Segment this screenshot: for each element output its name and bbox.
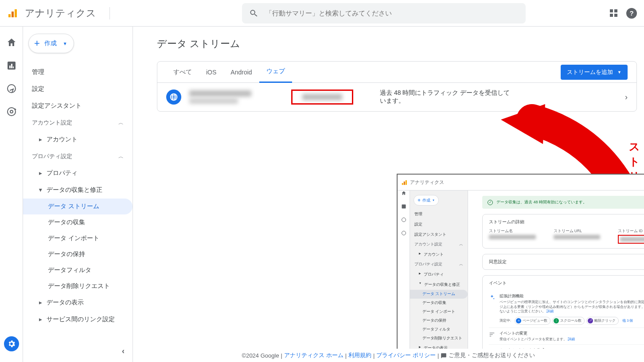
inset-side-item: 管理 [410,209,468,219]
sidebar-item-settings[interactable]: 設定 [23,81,133,97]
footer-privacy-link[interactable]: プライバシー ポリシー [376,351,436,359]
redacted-text [189,98,238,104]
event-row-modify: イベントの変更受信イベントとパラメータを変更します。 詳細 › [489,328,644,345]
sidebar-item-account[interactable]: ▶アカウント [23,131,133,148]
search-icon [249,8,258,18]
footer-terms-link[interactable]: 利用規約 [348,351,371,359]
sparkle-icon [489,294,495,300]
add-stream-button[interactable]: ストリームを追加 ▼ [561,65,628,80]
inset-side-subsub: データ削除リクエスト [410,334,468,343]
tab-android[interactable]: Android [223,62,259,83]
sidebar-item-data-collection[interactable]: ▶データの収集と修正 [23,182,133,199]
svg-rect-4 [9,66,11,68]
svg-rect-13 [402,183,403,185]
gear-icon [7,339,16,348]
chevron-down-icon: ▼ [617,70,621,74]
sidebar-item-admin[interactable]: 管理 [23,64,133,81]
search-input[interactable] [265,9,519,17]
sidebar-item-property[interactable]: ▶プロパティ [23,165,133,182]
web-stream-icon [166,90,181,105]
help-icon[interactable]: ? [626,8,637,19]
inset-side-subsub: データ インポート [410,308,468,316]
more-chips: 他 3 個 [622,319,633,323]
footer-home-link[interactable]: アナリティクス ホーム [284,351,343,359]
inset-side-subsub: データ ストリーム [410,290,468,299]
redacted-text [189,90,251,97]
sidebar-item-links[interactable]: ▶サービス間のリンク設定 [23,311,133,328]
sidebar-item-data-retention[interactable]: データの保持 [23,246,133,262]
redacted-text [489,235,536,239]
inset-topbar: アナリティクス [398,175,644,191]
chevron-up-icon: ︿ [118,153,124,160]
home-icon[interactable] [6,37,17,48]
tab-ios[interactable]: iOS [199,62,223,83]
sidebar-item-data-deletion[interactable]: データ削除リクエスト [23,278,133,294]
sidebar-head-account[interactable]: アカウント設定 ︿ [23,114,133,131]
redacted-text [302,94,342,100]
svg-rect-16 [402,205,406,209]
sidebar-item-data-display[interactable]: ▶データの表示 [23,294,133,311]
layout: + 作成 ▼ 管理 設定 設定アシスタント アカウント設定 ︿ ▶アカウント プ… [0,27,644,362]
analytics-logo-icon [7,8,18,19]
sidebar-head-property[interactable]: プロパティ設定 ︿ [23,148,133,165]
sidebar-item-label: データの収集と修正 [47,186,102,194]
sidebar: + 作成 ▼ 管理 設定 設定アシスタント アカウント設定 ︿ ▶アカウント プ… [23,27,133,362]
create-button[interactable]: + 作成 ▼ [28,34,74,53]
tab-web[interactable]: ウェブ [259,62,292,83]
left-rail [0,27,23,362]
sidebar-item-data-collection-sub[interactable]: データの収集 [23,214,133,230]
inset-banner: ✓ データ収集は、過去 48 時間有効になっています。 [482,196,644,209]
inset-logo-icon [401,179,407,186]
search-box[interactable] [242,3,526,23]
apps-icon[interactable] [610,9,617,17]
ev-desc: ページビューの標準測定に加え、サイトのコンテンツとのインタラクションを自動的に測… [500,300,644,314]
product-title: アナリティクス [25,7,96,20]
triangle-icon: ▶ [39,317,42,322]
panel-title: 同意設定 [489,259,507,265]
sidebar-item-data-filter[interactable]: データフィルタ [23,262,133,278]
svg-point-18 [402,231,406,235]
admin-gear-button[interactable] [4,336,19,351]
inset-side-sub: ▶アカウント [410,249,468,260]
ev-title: 拡張計測機能 [500,293,644,299]
inset-side-sub: ▼データの収集と修正 [410,280,468,290]
tab-all[interactable]: すべて [166,62,199,83]
triangle-down-icon: ▶ [39,189,43,192]
stream-row[interactable]: 過去 48 時間にトラフィック データを受信しています。 › [157,83,636,111]
svg-rect-5 [11,64,12,68]
footer-copyright: ©2024 Google [242,352,279,359]
reports-icon[interactable] [6,60,17,71]
create-label: 作成 [44,39,57,47]
sidebar-collapse-button[interactable]: ‹ [122,346,125,356]
advertising-icon[interactable] [6,106,17,117]
page-title: データ ストリーム [157,37,644,51]
check-icon: ✓ [488,200,493,205]
sidebar-item-data-streams[interactable]: データ ストリーム [23,199,133,214]
chip-scroll: スクロール数 [552,317,585,325]
explore-icon[interactable] [6,83,17,94]
stream-status-text: 過去 48 時間にトラフィック データを受信しています。 [380,89,513,105]
footer: ©2024 Google | アナリティクス ホーム | 利用規約 | プライバ… [133,349,644,362]
feedback-link[interactable]: ご意見・ご感想をお送りください [441,351,535,359]
sidebar-item-assistant[interactable]: 設定アシスタント [23,97,133,114]
svg-point-7 [8,85,16,93]
sidebar-item-data-import[interactable]: データ インポート [23,230,133,246]
triangle-icon: ▶ [39,300,42,305]
tune-icon [489,331,495,338]
svg-rect-14 [404,181,405,185]
chip-label: 測定中: [500,319,511,323]
kv-label: ストリーム URL [554,229,601,234]
stream-id-highlight [291,90,353,105]
inset-side-item: 設定アシスタント [410,230,468,240]
feedback-icon [441,353,447,359]
inset-screenshot: アナリティクス +作成▼ 管理 設定 設定アシスタント アカウント設定︿ ▶アカ… [397,174,644,362]
inset-side-item: 設定 [410,219,468,230]
main-content: データ ストリーム すべて iOS Android ウェブ ストリームを追加 ▼ [133,27,644,362]
inset-side-subsub: データの収集 [410,299,468,308]
streams-card: すべて iOS Android ウェブ ストリームを追加 ▼ [157,61,637,112]
triangle-icon: ▶ [39,137,42,142]
inset-side-subsub: データの保持 [410,316,468,325]
inset-stream-details-panel: ストリームの詳細 ストリーム名 ストリーム URL ストリーム ID 測定 ID [482,214,644,249]
svg-rect-15 [406,180,407,185]
feedback-text: ご意見・ご感想をお送りください [449,352,535,358]
